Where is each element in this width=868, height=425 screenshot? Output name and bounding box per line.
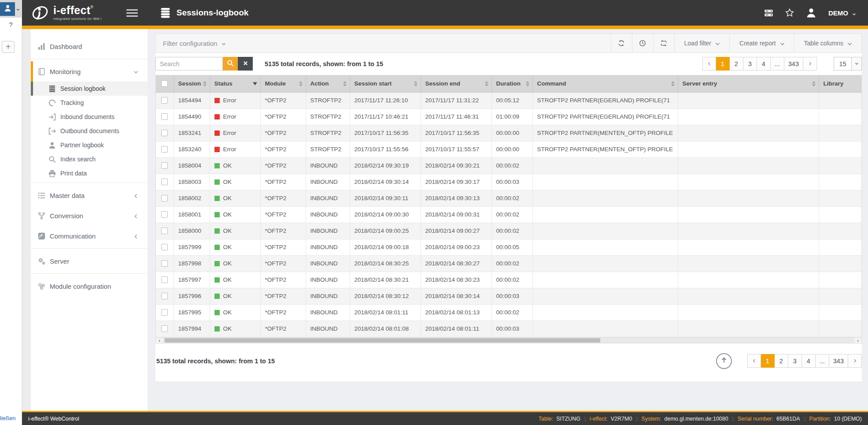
- os-user-avatar[interactable]: [0, 2, 15, 16]
- close-link[interactable]: ließen: [0, 415, 15, 421]
- help-button[interactable]: ?: [0, 21, 22, 28]
- table-columns-button[interactable]: Table columns: [794, 34, 862, 52]
- column-header-duration[interactable]: Duration: [491, 75, 532, 92]
- column-header-library[interactable]: Library: [819, 75, 862, 92]
- row-checkbox[interactable]: [161, 130, 168, 136]
- page-button-3[interactable]: 3: [788, 354, 802, 368]
- column-header-status[interactable]: Status: [210, 75, 260, 92]
- prev-page-button[interactable]: [702, 57, 716, 71]
- row-checkbox[interactable]: [161, 179, 168, 185]
- table-row[interactable]: 1857996OK*OFTP2INBOUND2018/02/14 08:30:1…: [156, 288, 862, 304]
- sidebar-item-conversion[interactable]: Conversion: [31, 205, 148, 226]
- page-size-select[interactable]: 15: [834, 57, 862, 71]
- sidebar-item-server[interactable]: Server: [31, 251, 148, 271]
- repeat-button[interactable]: [653, 34, 674, 52]
- sidebar-item-module-configuration[interactable]: Module configuration: [31, 276, 148, 296]
- page-button-343[interactable]: 343: [829, 354, 848, 368]
- table-row[interactable]: 1854490Error*OFTP2STROFTP22017/11/17 10:…: [156, 108, 862, 125]
- table-row[interactable]: 1857997OK*OFTP2INBOUND2018/02/14 08:30:2…: [156, 272, 862, 288]
- horizontal-scrollbar[interactable]: ‹ ›: [155, 337, 862, 343]
- sidebar-item-tracking[interactable]: Tracking: [31, 96, 148, 110]
- table-row[interactable]: 1858004OK*OFTP2INBOUND2018/02/14 09:30:1…: [156, 157, 862, 174]
- scroll-to-top-button[interactable]: [716, 353, 732, 369]
- clear-search-button[interactable]: [238, 57, 253, 71]
- page-button-2[interactable]: 2: [730, 57, 743, 71]
- row-checkbox[interactable]: [161, 162, 168, 169]
- sidebar-item-session-logbook[interactable]: Session logbook: [31, 82, 148, 96]
- table-row[interactable]: 1857995OK*OFTP2INBOUND2018/02/14 08:01:1…: [156, 304, 862, 321]
- column-header-command[interactable]: Command: [532, 75, 678, 92]
- select-all-checkbox[interactable]: [161, 80, 168, 87]
- sort-icon[interactable]: [485, 81, 488, 86]
- row-checkbox[interactable]: [161, 146, 168, 153]
- sidebar-item-inbound-documents[interactable]: Inbound documents: [31, 110, 148, 124]
- next-page-button[interactable]: [803, 57, 817, 71]
- scroll-left-icon[interactable]: ‹: [156, 338, 163, 343]
- search-input[interactable]: [155, 57, 223, 71]
- create-report-button[interactable]: Create report: [729, 34, 794, 52]
- page-button-3[interactable]: 3: [743, 57, 757, 71]
- scrollbar-thumb[interactable]: [165, 338, 600, 343]
- table-row[interactable]: 1858000OK*OFTP2INBOUND2018/02/14 09:00:2…: [156, 223, 862, 239]
- sidebar-item-dashboard[interactable]: Dashboard: [31, 36, 148, 56]
- page-button-1[interactable]: 1: [716, 57, 730, 71]
- select-all-header[interactable]: [156, 75, 174, 92]
- table-row[interactable]: 1854494Error*OFTP2STROFTP22017/11/17 11:…: [156, 92, 862, 108]
- menu-toggle-icon[interactable]: [126, 7, 138, 19]
- server-status-icon[interactable]: [764, 8, 773, 18]
- next-page-button[interactable]: [848, 354, 862, 368]
- sort-icon[interactable]: [343, 81, 347, 86]
- column-header-server-entry[interactable]: Server entry: [678, 75, 819, 92]
- row-checkbox[interactable]: [161, 293, 168, 299]
- sort-icon[interactable]: [671, 81, 675, 86]
- column-header-session-start[interactable]: Session start: [350, 75, 421, 92]
- page-button-1[interactable]: 1: [761, 354, 775, 368]
- table-row[interactable]: 1853240Error*OFTP2STROFTP22017/10/17 11:…: [156, 141, 862, 157]
- user-menu[interactable]: DEMO: [828, 9, 857, 17]
- row-checkbox[interactable]: [161, 260, 168, 267]
- chevron-down-icon[interactable]: [16, 6, 20, 10]
- sidebar-item-index-search[interactable]: Index search: [31, 152, 148, 166]
- page-button-343[interactable]: 343: [784, 57, 803, 71]
- row-checkbox[interactable]: [161, 227, 168, 234]
- page-button-4[interactable]: 4: [757, 57, 771, 71]
- sort-icon[interactable]: [299, 81, 303, 86]
- row-checkbox[interactable]: [161, 211, 168, 218]
- clock-button[interactable]: [632, 34, 653, 52]
- table-row[interactable]: 1853241Error*OFTP2STROFTP22017/10/17 11:…: [156, 125, 862, 141]
- row-checkbox[interactable]: [161, 309, 168, 316]
- table-row[interactable]: 1857998OK*OFTP2INBOUND2018/02/14 08:30:2…: [156, 255, 862, 272]
- search-button[interactable]: [223, 57, 238, 71]
- sidebar-item-print-data[interactable]: Print data: [31, 166, 148, 180]
- user-avatar-icon[interactable]: [806, 7, 816, 18]
- row-checkbox[interactable]: [161, 195, 168, 201]
- add-tab-button[interactable]: +: [2, 41, 15, 53]
- column-header-session[interactable]: Session: [174, 75, 210, 92]
- filter-configuration-toggle[interactable]: Filter configuration: [163, 34, 226, 52]
- table-row[interactable]: 1858003OK*OFTP2INBOUND2018/02/14 09:30:1…: [156, 174, 862, 190]
- table-row[interactable]: 1858002OK*OFTP2INBOUND2018/02/14 09:30:1…: [156, 190, 862, 206]
- row-checkbox[interactable]: [161, 113, 168, 120]
- sort-icon[interactable]: [526, 81, 529, 86]
- row-checkbox[interactable]: [161, 325, 168, 332]
- sidebar-item-partner-logbook[interactable]: Partner logbook: [31, 138, 148, 152]
- sort-icon[interactable]: [414, 81, 417, 86]
- refresh-button[interactable]: [611, 34, 632, 52]
- load-filter-button[interactable]: Load filter: [674, 34, 729, 52]
- column-header-module[interactable]: Module: [260, 75, 306, 92]
- scroll-right-icon[interactable]: ›: [854, 338, 861, 343]
- favorites-star-icon[interactable]: [785, 8, 794, 17]
- table-row[interactable]: 1858001OK*OFTP2INBOUND2018/02/14 09:00:3…: [156, 206, 862, 223]
- column-header-session-end[interactable]: Session end: [421, 75, 491, 92]
- sidebar-item-communication[interactable]: Communication: [31, 226, 148, 246]
- column-header-action[interactable]: Action: [306, 75, 350, 92]
- page-button-4[interactable]: 4: [802, 354, 816, 368]
- prev-page-button[interactable]: [747, 354, 761, 368]
- sidebar-item-outbound-documents[interactable]: Outbound documents: [31, 124, 148, 138]
- row-checkbox[interactable]: [161, 97, 168, 104]
- row-checkbox[interactable]: [161, 276, 168, 283]
- sidebar-item-master-data[interactable]: Master data: [31, 185, 148, 205]
- sort-icon[interactable]: [812, 81, 816, 86]
- sort-icon[interactable]: [203, 81, 207, 86]
- sidebar-item-monitoring[interactable]: Monitoring: [31, 61, 148, 82]
